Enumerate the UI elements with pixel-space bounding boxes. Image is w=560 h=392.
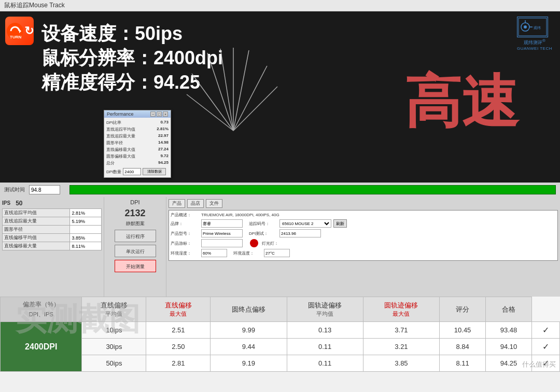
light-label: 灯光灯：	[262, 241, 278, 246]
svg-line-10	[207, 53, 233, 131]
time-input[interactable]	[29, 185, 60, 194]
time-label: 测试时间	[4, 186, 25, 193]
v3-30: 0.11	[287, 339, 363, 355]
v4-30: 3.21	[363, 339, 439, 355]
dialog-close-btn[interactable]: ×	[163, 111, 168, 117]
brand-icon: 观纬	[517, 17, 548, 37]
battery-value	[201, 239, 243, 247]
clear-data-btn[interactable]: 清除数据	[143, 168, 166, 175]
v2-30: 9.44	[211, 339, 287, 355]
ips-row-label: 直线追踪平均值	[3, 209, 70, 217]
brand-row: 品牌： 赛睿 追踪码号： 65610 MOUSE 2 刷新	[171, 219, 556, 228]
middle-row1: 测试时间	[0, 183, 560, 197]
ips-header: IPS	[2, 199, 10, 207]
ips-table-row: 圆形半径	[3, 226, 102, 234]
svg-point-5	[524, 25, 527, 29]
pass-header: 合格	[486, 297, 532, 322]
v1-10: 2.51	[146, 322, 211, 339]
circle-track-avg-header: 圆轨迹偏移 平均值	[287, 297, 363, 322]
table-header-row: 偏差率（%） DPI、IPS 直线偏移 平均值 直线偏移 最大值 圆终点偏移 圆…	[1, 297, 560, 322]
performance-dialog: Performance − □ × DPI比率 0.73 直线追踪平均值 2.8…	[104, 110, 171, 178]
watermark-site: 什么值得买	[522, 360, 556, 369]
temp-label: 环境温度：	[233, 250, 262, 256]
brand-subname: GUANWEI TECH	[517, 46, 552, 51]
dpi-test-label: DPI测试：	[249, 231, 277, 236]
tab-file[interactable]: 文件	[206, 199, 222, 208]
circle-track-max-header: 圆轨迹偏移 最大值	[363, 297, 439, 322]
ips-table: 直线追踪平均值 2.81% 直线追踪最大量 5.19% 圆形半径 直线偏移平均值…	[2, 208, 102, 250]
dialog-title-bar: Performance − □ ×	[104, 110, 171, 118]
pass-10: ✓	[532, 322, 560, 339]
ips-table-row: 直线偏移平均值 3.85%	[3, 234, 102, 242]
perf-row-4: 直线偏移最大值 27.24	[106, 147, 169, 152]
speed-label: 设备速度：	[41, 23, 135, 44]
ips-row-label: 直线偏移最大量	[3, 242, 70, 250]
refresh-btn[interactable]: 刷新	[333, 219, 347, 228]
tab-product[interactable]: 产品	[169, 199, 185, 208]
svg-line-16	[220, 49, 233, 131]
v2-50: 9.19	[211, 355, 287, 372]
dialog-restore-btn[interactable]: □	[157, 111, 162, 117]
precision-label: 精准度得分：	[41, 72, 153, 93]
ips-row-label: 直线追踪最大量	[3, 217, 70, 226]
battery-label: 产品游标：	[171, 241, 199, 246]
middle-section: 测试时间 IPS 50 直线追踪平均值 2.81% 直线追踪最大量 5.19%	[0, 183, 560, 297]
dialog-minimize-btn[interactable]: −	[150, 111, 156, 117]
ips-row-value: 2.81%	[70, 209, 102, 217]
ips-row-label: 直线偏移平均值	[3, 234, 70, 242]
bottom-table-section: 实测截图 偏差率（%） DPI、IPS 直线偏移 平均值 直线偏移 最大值 圆终…	[0, 297, 560, 372]
linear-max-header: 直线偏移 最大值	[146, 297, 211, 322]
run-program-btn[interactable]: 运行程序	[115, 230, 156, 242]
dialog-title-buttons: − □ ×	[150, 111, 168, 117]
single-run-btn[interactable]: 单次运行	[115, 245, 156, 257]
dpi-ips-header: 偏差率（%） DPI、IPS	[1, 297, 82, 322]
dpi-input[interactable]	[123, 168, 141, 175]
ips-value: 50	[16, 200, 22, 207]
svg-text:观纬: 观纬	[534, 26, 541, 30]
v3-10: 0.13	[287, 322, 363, 339]
v4-50: 3.85	[363, 355, 439, 372]
title-bar: 鼠标追踪Mouse Track	[0, 0, 560, 11]
ips-table-row: 直线追踪最大量 5.19%	[3, 217, 102, 226]
red-indicator	[250, 239, 258, 247]
v2-10: 9.99	[211, 322, 287, 339]
product-info-box: 产品概述： TRUEMOVE AIR, 18000DPI, 400IPS, 40…	[169, 210, 558, 261]
v5-10: 10.45	[440, 322, 486, 339]
sensor-select[interactable]: 65610 MOUSE 2	[279, 219, 331, 228]
middle-content: IPS 50 直线追踪平均值 2.81% 直线追踪最大量 5.19% 圆形半径 …	[0, 197, 560, 297]
logo-area: TURN	[5, 17, 34, 45]
ips-cell-50: 50ips	[82, 355, 146, 372]
dpi-value: 2132	[106, 208, 164, 219]
svg-text:TURN: TURN	[10, 35, 21, 39]
perf-dpi-row: DPI数量 清除数据	[106, 168, 169, 175]
table-row-30ips: 30ips 2.50 9.44 0.11 3.21 8.84 94.10 ✓	[1, 339, 560, 355]
ips-row-value: 5.19%	[70, 217, 102, 226]
pass-30: ✓	[532, 339, 560, 355]
circle-endpoint-header: 圆终点偏移	[211, 297, 287, 322]
v1-50: 2.81	[146, 355, 211, 372]
v3-50: 0.11	[287, 355, 363, 372]
v5-30: 8.84	[440, 339, 486, 355]
dpi-area: DPI 2132 静默图案 运行程序 单次运行 开始测量	[104, 197, 166, 297]
perf-row-3: 圆形半径 14.98	[106, 140, 169, 146]
perf-row-2: 直线追踪最大量 22.97	[106, 133, 169, 139]
dialog-title-text: Performance	[107, 111, 134, 117]
start-measure-btn[interactable]: 开始测量	[115, 260, 156, 272]
dpi-test-value: 2413.96	[279, 229, 321, 237]
dpi-group-cell: 2400DPI	[1, 322, 82, 372]
ips-table-row: 直线偏移最大量 8.11%	[3, 242, 102, 250]
results-table: 偏差率（%） DPI、IPS 直线偏移 平均值 直线偏移 最大值 圆终点偏移 圆…	[0, 297, 560, 372]
product-name-row: 产品概述： TRUEMOVE AIR, 18000DPI, 400IPS, 40…	[171, 212, 556, 218]
v5-50: 8.11	[440, 355, 486, 372]
battery-row: 产品游标： 灯光灯：	[171, 239, 556, 247]
top-section: TURN 观纬 观纬测评® GUANWEI TECH 设备速度：50ips 鼠标…	[0, 11, 560, 183]
ips-cell-30: 30ips	[82, 339, 146, 355]
product-name-value: TRUEMOVE AIR, 18000DPI, 400IPS, 40G	[201, 213, 279, 217]
static-label: 静默图案	[106, 220, 164, 227]
brand-logo: 观纬 观纬测评® GUANWEI TECH	[517, 17, 552, 51]
svg-line-15	[233, 87, 277, 131]
tab-shop[interactable]: 品店	[187, 199, 204, 208]
perf-row-0: DPI比率 0.73	[106, 120, 169, 125]
ips-row-value	[70, 226, 102, 234]
ips-cell-10: 10ips	[82, 322, 146, 339]
